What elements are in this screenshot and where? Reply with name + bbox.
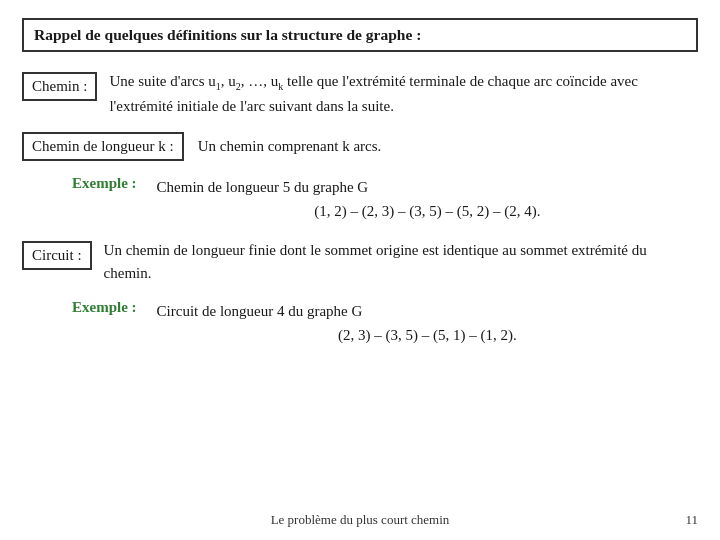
chemin-longueur-def-text: Un chemin comprenant k arcs. [198,135,382,158]
circuit-definition: Circuit : Un chemin de longueur finie do… [22,239,698,286]
exemple2-content: Circuit de longueur 4 du graphe G (2, 3)… [157,299,698,347]
chemin-term: Chemin : [22,72,97,101]
chemin-longueur-definition: Chemin de longueur k : Un chemin compren… [22,132,698,161]
footer-title: Le problème du plus court chemin [22,512,698,528]
circuit-term: Circuit : [22,241,92,270]
exemple2-block: Exemple : Circuit de longueur 4 du graph… [22,299,698,347]
exemple1-content: Chemin de longueur 5 du graphe G (1, 2) … [157,175,698,223]
footer-page-number: 11 [685,512,698,528]
title-text: Rappel de quelques définitions sur la st… [34,26,421,43]
chemin-def-text: Une suite d'arcs u1, u2, …, uk telle que… [109,70,698,118]
circuit-def-text: Un chemin de longueur finie dont le somm… [104,239,698,286]
chemin-definition: Chemin : Une suite d'arcs u1, u2, …, uk … [22,70,698,118]
exemple1-block: Exemple : Chemin de longueur 5 du graphe… [22,175,698,223]
exemple2-label: Exemple : [72,299,137,316]
chemin-longueur-term: Chemin de longueur k : [22,132,184,161]
footer: Le problème du plus court chemin 11 [0,512,720,528]
section-title: Rappel de quelques définitions sur la st… [22,18,698,52]
exemple1-label: Exemple : [72,175,137,192]
